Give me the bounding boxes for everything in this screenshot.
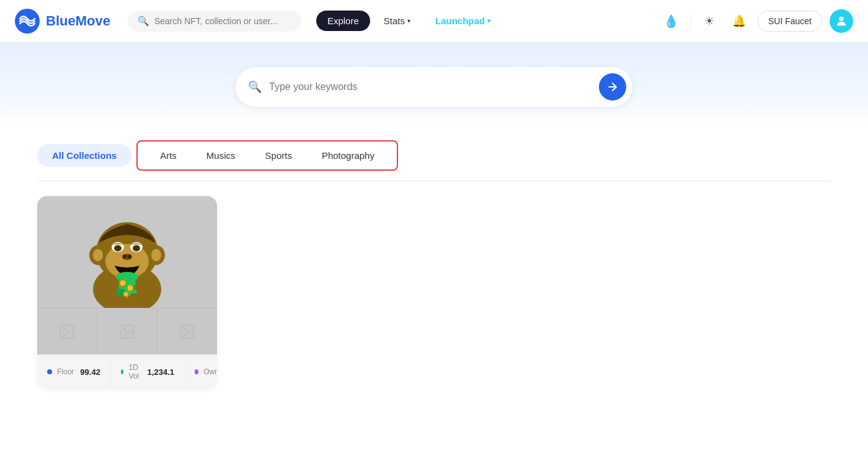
all-collections-button[interactable]: All Collections [37, 144, 131, 167]
notification-button[interactable]: 🔔 [728, 10, 750, 32]
bell-icon: 🔔 [732, 14, 746, 28]
placeholder-icon-2 [118, 323, 136, 340]
user-avatar-button[interactable] [830, 9, 853, 33]
theme-toggle-button[interactable]: ☀ [698, 10, 720, 32]
stat-label-vol: 1D Vol [128, 363, 141, 380]
navbar: BlueMove 🔍 Explore Stats ▾ Launchpad ▾ 💧… [0, 0, 868, 42]
stat-dot-vol [121, 369, 124, 374]
sui-faucet-button[interactable]: SUI Faucet [758, 11, 822, 32]
filter-sports-button[interactable]: Sports [250, 145, 307, 166]
filter-categories-box: Arts Musics Sports Photography [136, 140, 398, 171]
collection-stats: Floor 99.42 1D Vol 1,234.1 Owners 3,012 … [37, 354, 217, 389]
collections-grid: Floor 99.42 1D Vol 1,234.1 Owners 3,012 … [37, 196, 831, 389]
stats-chevron-icon: ▾ [407, 17, 410, 24]
hero-search-icon: 🔍 [248, 80, 262, 94]
nav-launchpad-button[interactable]: Launchpad ▾ [424, 11, 502, 31]
svg-point-1 [839, 16, 843, 20]
stat-value-floor: 99.42 [80, 367, 100, 377]
svg-point-16 [123, 254, 126, 258]
stat-label-owners: Owners [203, 367, 217, 376]
drop-icon: 💧 [663, 14, 679, 29]
bluemove-logo-icon [15, 9, 40, 34]
thumbnail-3 [157, 308, 217, 354]
filter-photography-button[interactable]: Photography [307, 145, 389, 166]
svg-point-27 [123, 328, 126, 330]
stat-dot-floor [47, 369, 52, 374]
stat-dot-owners [195, 369, 198, 374]
svg-point-29 [184, 328, 186, 330]
svg-point-22 [127, 285, 133, 291]
hero-section: 🔍 [0, 42, 868, 125]
collections-section: Floor 99.42 1D Vol 1,234.1 Owners 3,012 … [0, 181, 868, 403]
placeholder-icon-1 [58, 323, 76, 340]
placeholder-icon-3 [179, 323, 196, 340]
collection-card[interactable]: Floor 99.42 1D Vol 1,234.1 Owners 3,012 … [37, 196, 217, 389]
collection-main-image [37, 196, 217, 308]
nav-links: Explore Stats ▾ Launchpad ▾ [316, 11, 650, 31]
stat-vol: 1D Vol 1,234.1 [111, 355, 185, 389]
stat-value-vol: 1,234.1 [148, 367, 174, 377]
launchpad-chevron-icon: ▾ [487, 17, 490, 24]
svg-point-21 [120, 280, 126, 286]
filter-musics-button[interactable]: Musics [192, 145, 250, 166]
nav-divider [690, 12, 691, 30]
filters-section: All Collections Arts Musics Sports Photo… [0, 125, 868, 171]
stat-owners: Owners 3,012 k [185, 355, 217, 389]
nav-search-input[interactable] [154, 16, 291, 26]
stat-floor: Floor 99.42 [37, 355, 111, 389]
logo[interactable]: BlueMove [15, 9, 110, 34]
hero-search-bar: 🔍 [236, 67, 632, 107]
filter-row: All Collections Arts Musics Sports Photo… [37, 140, 831, 171]
svg-point-23 [123, 292, 128, 297]
svg-point-14 [133, 245, 140, 251]
nav-right-actions: 💧 ☀ 🔔 SUI Faucet [660, 9, 853, 33]
filter-arts-button[interactable]: Arts [145, 145, 192, 166]
logo-text: BlueMove [46, 13, 110, 29]
drop-icon-button[interactable]: 💧 [660, 10, 683, 32]
svg-point-13 [114, 245, 122, 251]
nav-explore-button[interactable]: Explore [316, 11, 370, 31]
stat-label-floor: Floor [57, 367, 74, 376]
thumbnail-2 [97, 308, 157, 354]
hero-search-input[interactable] [269, 81, 591, 92]
svg-point-25 [63, 328, 66, 330]
svg-point-17 [128, 254, 131, 258]
sun-icon: ☀ [704, 14, 714, 28]
hero-search-submit-button[interactable] [599, 73, 626, 101]
collection-thumbnails [37, 308, 217, 354]
svg-point-9 [151, 249, 161, 261]
nav-stats-button[interactable]: Stats ▾ [373, 11, 422, 31]
nav-search-bar[interactable]: 🔍 [128, 11, 301, 32]
collection-nft-image [37, 196, 217, 308]
nav-search-icon: 🔍 [138, 16, 149, 27]
svg-point-7 [93, 249, 103, 261]
thumbnail-1 [37, 308, 97, 354]
user-avatar-icon [835, 14, 848, 28]
hero-arrow-right-icon [606, 81, 619, 93]
